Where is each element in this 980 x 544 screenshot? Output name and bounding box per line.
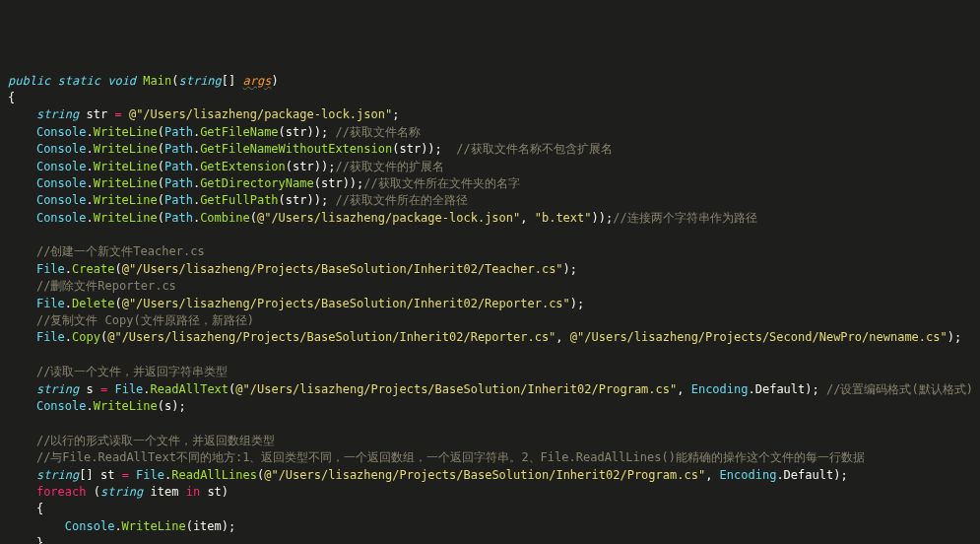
semicolon: ; (392, 107, 399, 121)
comment: //获取文件的扩展名 (335, 160, 443, 173)
var-str: str (87, 107, 108, 121)
brackets: [] (222, 74, 235, 88)
comment: //设置编码格式(默认格式) (826, 382, 973, 396)
type-string: string (178, 74, 221, 88)
type-string: string (36, 107, 79, 121)
comment: //获取文件名称 (335, 125, 420, 139)
string-literal: "/Users/lisazheng/package-lock.json" (136, 107, 392, 121)
method-getfilename: GetFileName (200, 125, 278, 139)
param-args: args (243, 74, 272, 88)
comment: //获取文件所在的全路径 (335, 193, 467, 207)
comment: //获取文件所在文件夹的名字 (363, 176, 519, 190)
keyword-void: void (107, 74, 136, 88)
comment: //读取一个文件，并返回字符串类型 (36, 365, 228, 378)
brace-open: { (8, 91, 15, 104)
class-file: File (36, 262, 65, 276)
comment: //连接两个字符串作为路径 (613, 211, 756, 225)
method-main: Main (143, 74, 171, 88)
comment: //创建一个新文件Teacher.cs (36, 244, 205, 258)
keyword-foreach: foreach (36, 485, 87, 499)
paren: ) (271, 74, 278, 88)
class-console: Console (36, 125, 87, 139)
code-editor[interactable]: public static void Main(string[] args) {… (8, 73, 972, 544)
keyword-static: static (58, 74, 100, 88)
class-path: Path (164, 125, 193, 139)
comment: //与File.ReadAllText不同的地方:1、返回类型不同，一个返回数组… (36, 450, 865, 464)
keyword-public: public (8, 74, 50, 88)
op-eq: = (114, 107, 121, 121)
comment: //复制文件 Copy(文件原路径，新路径) (36, 313, 254, 327)
comment: //删除文件Reporter.cs (36, 279, 176, 293)
comment: //以行的形式读取一个文件，并返回数组类型 (36, 434, 275, 447)
comment: //获取文件名称不包含扩展名 (456, 142, 612, 156)
method-writeline: WriteLine (94, 125, 158, 139)
